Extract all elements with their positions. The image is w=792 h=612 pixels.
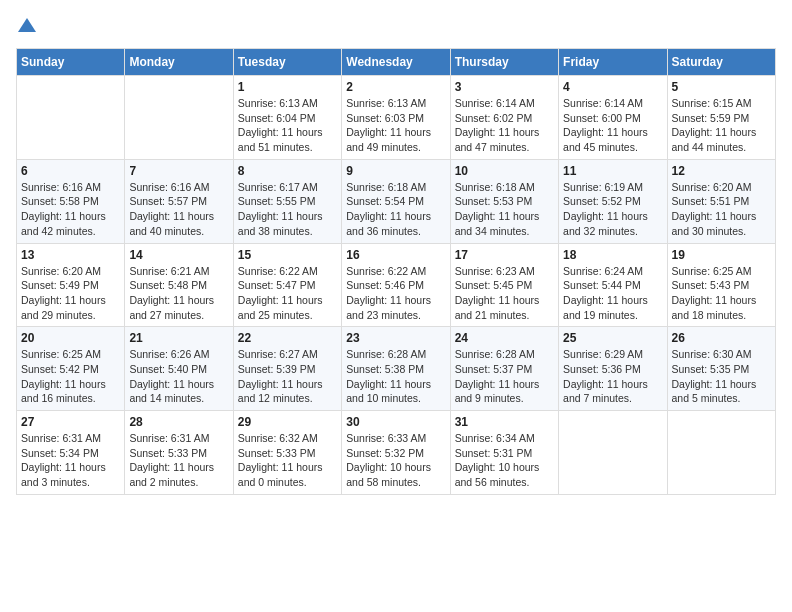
day-number: 30 — [346, 415, 445, 429]
calendar-week-row: 20Sunrise: 6:25 AM Sunset: 5:42 PM Dayli… — [17, 327, 776, 411]
svg-marker-0 — [18, 18, 36, 32]
day-info: Sunrise: 6:26 AM Sunset: 5:40 PM Dayligh… — [129, 347, 228, 406]
calendar-day-cell: 27Sunrise: 6:31 AM Sunset: 5:34 PM Dayli… — [17, 411, 125, 495]
calendar-week-row: 27Sunrise: 6:31 AM Sunset: 5:34 PM Dayli… — [17, 411, 776, 495]
calendar-week-row: 13Sunrise: 6:20 AM Sunset: 5:49 PM Dayli… — [17, 243, 776, 327]
calendar-day-cell: 4Sunrise: 6:14 AM Sunset: 6:00 PM Daylig… — [559, 76, 667, 160]
day-info: Sunrise: 6:30 AM Sunset: 5:35 PM Dayligh… — [672, 347, 771, 406]
day-number: 21 — [129, 331, 228, 345]
calendar-day-cell: 10Sunrise: 6:18 AM Sunset: 5:53 PM Dayli… — [450, 159, 558, 243]
day-info: Sunrise: 6:18 AM Sunset: 5:54 PM Dayligh… — [346, 180, 445, 239]
day-info: Sunrise: 6:25 AM Sunset: 5:42 PM Dayligh… — [21, 347, 120, 406]
calendar-day-cell: 6Sunrise: 6:16 AM Sunset: 5:58 PM Daylig… — [17, 159, 125, 243]
calendar-week-row: 6Sunrise: 6:16 AM Sunset: 5:58 PM Daylig… — [17, 159, 776, 243]
weekday-header-cell: Thursday — [450, 49, 558, 76]
calendar-day-cell: 15Sunrise: 6:22 AM Sunset: 5:47 PM Dayli… — [233, 243, 341, 327]
day-number: 6 — [21, 164, 120, 178]
calendar-day-cell — [125, 76, 233, 160]
calendar-day-cell: 8Sunrise: 6:17 AM Sunset: 5:55 PM Daylig… — [233, 159, 341, 243]
logo-bird-icon — [18, 16, 36, 34]
day-number: 27 — [21, 415, 120, 429]
calendar-day-cell: 1Sunrise: 6:13 AM Sunset: 6:04 PM Daylig… — [233, 76, 341, 160]
day-info: Sunrise: 6:31 AM Sunset: 5:33 PM Dayligh… — [129, 431, 228, 490]
calendar-day-cell: 24Sunrise: 6:28 AM Sunset: 5:37 PM Dayli… — [450, 327, 558, 411]
calendar-day-cell: 29Sunrise: 6:32 AM Sunset: 5:33 PM Dayli… — [233, 411, 341, 495]
day-number: 22 — [238, 331, 337, 345]
calendar-day-cell: 26Sunrise: 6:30 AM Sunset: 5:35 PM Dayli… — [667, 327, 775, 411]
calendar-day-cell: 19Sunrise: 6:25 AM Sunset: 5:43 PM Dayli… — [667, 243, 775, 327]
day-number: 9 — [346, 164, 445, 178]
day-info: Sunrise: 6:13 AM Sunset: 6:04 PM Dayligh… — [238, 96, 337, 155]
day-number: 16 — [346, 248, 445, 262]
day-number: 14 — [129, 248, 228, 262]
calendar-day-cell: 17Sunrise: 6:23 AM Sunset: 5:45 PM Dayli… — [450, 243, 558, 327]
day-number: 29 — [238, 415, 337, 429]
day-info: Sunrise: 6:17 AM Sunset: 5:55 PM Dayligh… — [238, 180, 337, 239]
day-number: 15 — [238, 248, 337, 262]
weekday-header-cell: Friday — [559, 49, 667, 76]
weekday-header-cell: Tuesday — [233, 49, 341, 76]
calendar-day-cell: 21Sunrise: 6:26 AM Sunset: 5:40 PM Dayli… — [125, 327, 233, 411]
calendar-day-cell: 5Sunrise: 6:15 AM Sunset: 5:59 PM Daylig… — [667, 76, 775, 160]
calendar-day-cell: 22Sunrise: 6:27 AM Sunset: 5:39 PM Dayli… — [233, 327, 341, 411]
calendar-day-cell: 12Sunrise: 6:20 AM Sunset: 5:51 PM Dayli… — [667, 159, 775, 243]
day-number: 11 — [563, 164, 662, 178]
day-number: 17 — [455, 248, 554, 262]
day-info: Sunrise: 6:25 AM Sunset: 5:43 PM Dayligh… — [672, 264, 771, 323]
calendar-table: SundayMondayTuesdayWednesdayThursdayFrid… — [16, 48, 776, 495]
day-info: Sunrise: 6:14 AM Sunset: 6:00 PM Dayligh… — [563, 96, 662, 155]
calendar-day-cell — [17, 76, 125, 160]
day-info: Sunrise: 6:34 AM Sunset: 5:31 PM Dayligh… — [455, 431, 554, 490]
day-number: 25 — [563, 331, 662, 345]
day-number: 5 — [672, 80, 771, 94]
day-info: Sunrise: 6:20 AM Sunset: 5:51 PM Dayligh… — [672, 180, 771, 239]
calendar-day-cell — [667, 411, 775, 495]
weekday-header-cell: Monday — [125, 49, 233, 76]
day-number: 26 — [672, 331, 771, 345]
calendar-day-cell: 13Sunrise: 6:20 AM Sunset: 5:49 PM Dayli… — [17, 243, 125, 327]
calendar-day-cell: 20Sunrise: 6:25 AM Sunset: 5:42 PM Dayli… — [17, 327, 125, 411]
weekday-header-cell: Saturday — [667, 49, 775, 76]
day-number: 31 — [455, 415, 554, 429]
day-info: Sunrise: 6:31 AM Sunset: 5:34 PM Dayligh… — [21, 431, 120, 490]
day-number: 8 — [238, 164, 337, 178]
day-info: Sunrise: 6:16 AM Sunset: 5:58 PM Dayligh… — [21, 180, 120, 239]
weekday-header-cell: Sunday — [17, 49, 125, 76]
day-number: 3 — [455, 80, 554, 94]
calendar-day-cell: 18Sunrise: 6:24 AM Sunset: 5:44 PM Dayli… — [559, 243, 667, 327]
calendar-day-cell: 25Sunrise: 6:29 AM Sunset: 5:36 PM Dayli… — [559, 327, 667, 411]
day-number: 28 — [129, 415, 228, 429]
calendar-day-cell: 9Sunrise: 6:18 AM Sunset: 5:54 PM Daylig… — [342, 159, 450, 243]
day-info: Sunrise: 6:22 AM Sunset: 5:47 PM Dayligh… — [238, 264, 337, 323]
calendar-body: 1Sunrise: 6:13 AM Sunset: 6:04 PM Daylig… — [17, 76, 776, 495]
day-info: Sunrise: 6:23 AM Sunset: 5:45 PM Dayligh… — [455, 264, 554, 323]
day-info: Sunrise: 6:15 AM Sunset: 5:59 PM Dayligh… — [672, 96, 771, 155]
calendar-day-cell: 2Sunrise: 6:13 AM Sunset: 6:03 PM Daylig… — [342, 76, 450, 160]
day-info: Sunrise: 6:16 AM Sunset: 5:57 PM Dayligh… — [129, 180, 228, 239]
day-info: Sunrise: 6:33 AM Sunset: 5:32 PM Dayligh… — [346, 431, 445, 490]
day-number: 1 — [238, 80, 337, 94]
logo — [16, 16, 36, 38]
calendar-day-cell: 11Sunrise: 6:19 AM Sunset: 5:52 PM Dayli… — [559, 159, 667, 243]
day-info: Sunrise: 6:22 AM Sunset: 5:46 PM Dayligh… — [346, 264, 445, 323]
day-info: Sunrise: 6:32 AM Sunset: 5:33 PM Dayligh… — [238, 431, 337, 490]
day-info: Sunrise: 6:14 AM Sunset: 6:02 PM Dayligh… — [455, 96, 554, 155]
day-info: Sunrise: 6:29 AM Sunset: 5:36 PM Dayligh… — [563, 347, 662, 406]
calendar-day-cell: 30Sunrise: 6:33 AM Sunset: 5:32 PM Dayli… — [342, 411, 450, 495]
day-info: Sunrise: 6:28 AM Sunset: 5:37 PM Dayligh… — [455, 347, 554, 406]
day-number: 18 — [563, 248, 662, 262]
day-info: Sunrise: 6:24 AM Sunset: 5:44 PM Dayligh… — [563, 264, 662, 323]
day-info: Sunrise: 6:18 AM Sunset: 5:53 PM Dayligh… — [455, 180, 554, 239]
calendar-day-cell: 14Sunrise: 6:21 AM Sunset: 5:48 PM Dayli… — [125, 243, 233, 327]
calendar-day-cell — [559, 411, 667, 495]
weekday-header-row: SundayMondayTuesdayWednesdayThursdayFrid… — [17, 49, 776, 76]
day-info: Sunrise: 6:19 AM Sunset: 5:52 PM Dayligh… — [563, 180, 662, 239]
day-info: Sunrise: 6:13 AM Sunset: 6:03 PM Dayligh… — [346, 96, 445, 155]
day-number: 23 — [346, 331, 445, 345]
calendar-day-cell: 28Sunrise: 6:31 AM Sunset: 5:33 PM Dayli… — [125, 411, 233, 495]
calendar-day-cell: 7Sunrise: 6:16 AM Sunset: 5:57 PM Daylig… — [125, 159, 233, 243]
calendar-day-cell: 3Sunrise: 6:14 AM Sunset: 6:02 PM Daylig… — [450, 76, 558, 160]
calendar-day-cell: 31Sunrise: 6:34 AM Sunset: 5:31 PM Dayli… — [450, 411, 558, 495]
day-number: 4 — [563, 80, 662, 94]
day-info: Sunrise: 6:27 AM Sunset: 5:39 PM Dayligh… — [238, 347, 337, 406]
